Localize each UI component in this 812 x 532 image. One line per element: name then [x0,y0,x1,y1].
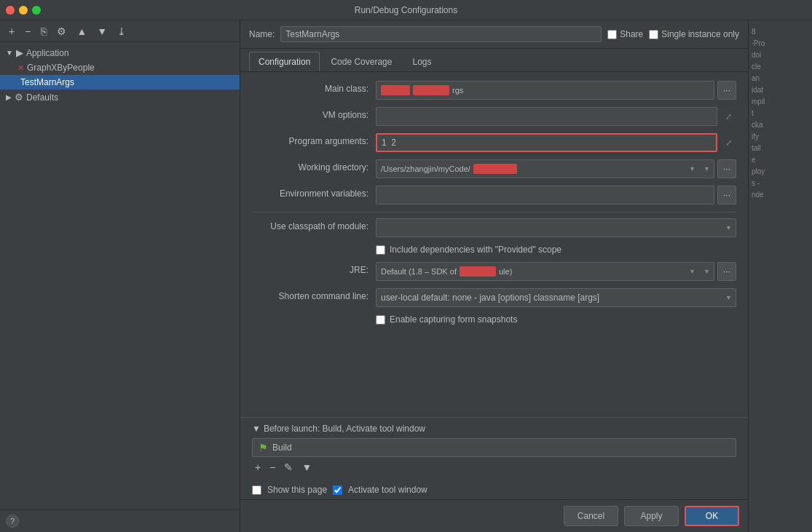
include-dep-checkbox[interactable] [376,245,385,255]
sidebar-group-application[interactable]: ▼ ▶ Application [0,45,240,60]
activate-tool-window-checkbox[interactable] [333,485,342,495]
working-dir-redacted [473,164,517,174]
build-icon: ⚑ [259,442,268,453]
settings-button[interactable]: ⚙ [54,24,69,39]
before-launch-down-button[interactable]: ▼ [299,460,315,475]
vm-options-control: ⤢ [376,107,736,126]
env-vars-label: Environment variables: [252,186,376,199]
vm-options-input[interactable] [376,107,717,126]
classpath-select[interactable] [376,218,736,237]
close-button[interactable] [6,6,15,15]
program-args-control: ⤢ [376,133,736,152]
before-launch-section: ▼ Before launch: Build, Activate tool wi… [240,417,748,480]
application-group-icon: ▶ [16,47,23,58]
working-dir-label: Working directory: [252,159,376,172]
working-dir-control: /Users/zhangjin/myCode/ ▼ ··· [376,159,736,178]
before-launch-toolbar: + − ✎ ▼ [252,460,736,475]
env-vars-input[interactable] [376,186,714,205]
sidebar: + − ⎘ ⚙ ▲ ▼ ⤓ ▼ ▶ Application ✕ GraphXBy… [0,20,240,532]
capture-label: Enable capturing form snapshots [390,314,517,325]
move-down-button[interactable]: ▼ [94,24,110,39]
window-controls[interactable] [6,6,41,15]
sort-button[interactable]: ⤓ [114,24,129,39]
form-area: Main class: rgs ··· VM options: [240,72,748,417]
before-launch-title: Before launch: Build, Activate tool wind… [264,424,425,434]
application-group-label: Application [26,48,69,58]
shorten-label: Shorten command line: [252,288,376,301]
name-row: Name: Share Single instance only [240,20,748,49]
vm-options-expand-button[interactable]: ⤢ [720,108,736,124]
name-input[interactable] [280,26,602,42]
env-vars-browse-button[interactable]: ··· [717,186,736,205]
env-vars-control: ··· [376,186,736,205]
graphx-icon: ✕ [17,63,24,73]
show-page-checkbox[interactable] [252,485,261,495]
ok-button[interactable]: OK [685,506,739,526]
jre-browse-button[interactable]: ··· [717,262,736,281]
form-row-classpath: Use classpath of module: [252,218,736,237]
single-instance-label: Single instance only [661,29,739,39]
sidebar-toolbar: + − ⎘ ⚙ ▲ ▼ ⤓ [0,20,240,42]
before-launch-remove-button[interactable]: − [267,460,278,475]
before-launch-edit-button[interactable]: ✎ [281,460,296,475]
include-dep-label: Include dependencies with "Provided" sco… [390,245,561,255]
shorten-control: user-local default: none - java [options… [376,288,736,307]
before-launch-item-build: ⚑ Build [253,439,736,456]
capture-checkbox[interactable] [376,315,385,325]
note-panel: 8·Prodoicleanidatmpiltckaifytalleploys -… [748,20,812,532]
capture-row: Enable capturing form snapshots [252,314,736,325]
tab-logs[interactable]: Logs [403,52,441,71]
before-launch-add-button[interactable]: + [252,460,264,475]
sidebar-group-defaults[interactable]: ▶ ⚙ Defaults [0,90,240,105]
form-row-env-vars: Environment variables: ··· [252,186,736,205]
apply-button[interactable]: Apply [624,506,679,526]
classpath-control [376,218,736,237]
remove-config-button[interactable]: − [22,24,33,39]
tab-code-coverage[interactable]: Code Coverage [321,52,401,71]
maximize-button[interactable] [32,6,41,15]
sidebar-item-graphxbypeople[interactable]: ✕ GraphXByPeople [0,60,240,75]
defaults-group-icon: ⚙ [15,92,23,103]
activate-tool-window-label: Activate tool window [348,485,427,495]
main-class-label: Main class: [252,81,376,94]
program-args-input[interactable] [376,133,717,152]
classpath-label: Use classpath of module: [252,218,376,231]
expand-arrow-defaults: ▶ [6,93,12,101]
add-config-button[interactable]: + [6,24,17,39]
main-class-suffix: rgs [452,86,463,95]
sidebar-bottom: ? [0,509,240,532]
tab-configuration[interactable]: Configuration [249,52,320,71]
jre-value-suffix: ule) [499,267,512,276]
share-checkbox[interactable] [607,30,617,39]
cancel-button[interactable]: Cancel [564,506,618,526]
before-launch-list: ⚑ Build [252,438,736,457]
title-bar: Run/Debug Configurations [0,0,812,20]
before-launch-header: ▼ Before launch: Build, Activate tool wi… [252,424,736,434]
single-instance-checkbox[interactable] [649,30,658,39]
main-class-redacted-1 [381,85,410,95]
vm-options-label: VM options: [252,107,376,120]
main-class-browse-button[interactable]: ··· [717,81,736,100]
sidebar-item-label-graphx: GraphXByPeople [27,63,95,73]
show-page-row: Show this page Activate tool window [240,480,748,499]
form-divider-1 [252,212,736,213]
minimize-button[interactable] [19,6,28,15]
form-row-shorten: Shorten command line: user-local default… [252,288,736,307]
shorten-select[interactable]: user-local default: none - java [options… [376,288,736,307]
show-page-label: Show this page [267,485,327,495]
share-label: Share [620,29,643,39]
form-row-vm-options: VM options: ⤢ [252,107,736,126]
tabs-bar: Configuration Code Coverage Logs [240,49,748,72]
main-class-control: rgs ··· [376,81,736,100]
form-row-main-class: Main class: rgs ··· [252,81,736,100]
window-title: Run/Debug Configurations [355,5,457,15]
copy-config-button[interactable]: ⎘ [38,24,50,39]
move-up-button[interactable]: ▲ [74,24,90,39]
config-panel: Name: Share Single instance only Configu… [240,20,748,532]
jre-label: JRE: [252,262,376,275]
program-args-expand-button[interactable]: ⤢ [720,135,736,151]
defaults-group-label: Defaults [26,92,58,103]
help-button[interactable]: ? [6,515,19,528]
working-dir-browse-button[interactable]: ··· [717,159,736,178]
sidebar-item-testmarnargs[interactable]: TestMarnArgs [0,75,240,90]
